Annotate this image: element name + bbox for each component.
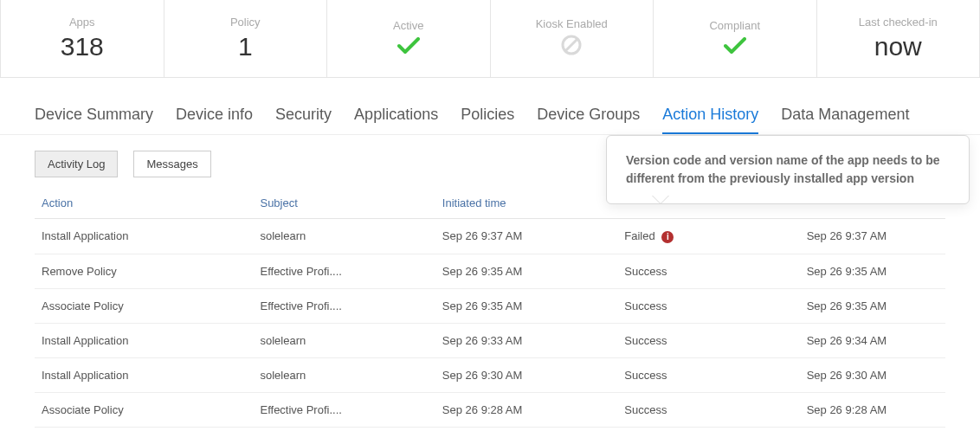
subtab-activity-log[interactable]: Activity Log (35, 151, 118, 177)
table-row[interactable]: Remove PolicyEffective Profi....Sep 26 9… (35, 254, 945, 288)
stat-active[interactable]: Active (327, 0, 491, 77)
cell-initiated: Sep 26 9:28 AM (435, 392, 617, 427)
tab-policies[interactable]: Policies (461, 106, 514, 134)
cell-subject: Effective Profi.... (253, 392, 435, 427)
stat-apps-value: 318 (61, 32, 104, 61)
cell-checked: Sep 26 9:37 AM (800, 219, 945, 254)
cell-status: Success (617, 323, 799, 357)
cell-subject: solelearn (253, 323, 435, 357)
error-tooltip-text: Version code and version name of the app… (626, 153, 940, 185)
col-initiated[interactable]: Initiated time (435, 188, 617, 219)
stat-last-checked-value: now (874, 32, 922, 61)
col-subject[interactable]: Subject (253, 188, 435, 219)
activity-log-table: Action Subject Initiated time Install Ap… (35, 188, 945, 428)
cell-action: Install Application (35, 357, 253, 392)
cell-subject: solelearn (253, 219, 435, 254)
cell-initiated: Sep 26 9:37 AM (435, 219, 617, 254)
check-icon (724, 35, 746, 58)
cell-checked: Sep 26 9:28 AM (800, 392, 945, 427)
col-action[interactable]: Action (35, 188, 253, 219)
stat-kiosk[interactable]: Kiosk Enabled (491, 0, 654, 77)
disabled-icon (560, 34, 583, 60)
table-row[interactable]: Associate PolicyEffective Profi....Sep 2… (35, 288, 945, 323)
error-tooltip: Version code and version name of the app… (606, 135, 970, 204)
cell-checked: Sep 26 9:30 AM (800, 357, 945, 392)
stat-policy-value: 1 (238, 32, 253, 61)
table-row[interactable]: Associate PolicyEffective Profi....Sep 2… (35, 392, 945, 427)
stat-last-checked[interactable]: Last checked-in now (817, 0, 980, 77)
cell-checked: Sep 26 9:35 AM (800, 288, 945, 323)
cell-status: Success (617, 392, 799, 427)
cell-status: Success (617, 254, 799, 288)
stat-last-checked-label: Last checked-in (859, 16, 938, 29)
check-icon (397, 35, 420, 58)
stat-policy-label: Policy (230, 16, 261, 29)
stat-apps-label: Apps (69, 16, 95, 29)
cell-subject: Effective Profi.... (253, 288, 435, 323)
stat-active-label: Active (393, 19, 423, 32)
tab-device-summary[interactable]: Device Summary (35, 106, 153, 134)
cell-initiated: Sep 26 9:35 AM (435, 254, 617, 288)
cell-initiated: Sep 26 9:33 AM (435, 323, 617, 357)
activity-log-table-wrap: Action Subject Initiated time Install Ap… (0, 188, 980, 428)
cell-action: Associate Policy (35, 392, 253, 427)
cell-action: Install Application (35, 323, 253, 357)
cell-status: Success (617, 288, 799, 323)
cell-checked: Sep 26 9:35 AM (800, 254, 945, 288)
cell-subject: solelearn (253, 357, 435, 392)
cell-checked: Sep 26 9:34 AM (800, 323, 945, 357)
tab-data-management[interactable]: Data Management (781, 106, 909, 134)
tab-device-groups[interactable]: Device Groups (537, 106, 640, 134)
tab-action-history[interactable]: Action History (662, 106, 758, 134)
stat-compliant-label: Compliant (709, 19, 760, 32)
stat-compliant[interactable]: Compliant (654, 0, 817, 77)
cell-status: Failed i (617, 219, 799, 254)
cell-action: Remove Policy (35, 254, 253, 288)
cell-status: Success (617, 357, 799, 392)
cell-action: Install Application (35, 219, 253, 254)
svg-line-1 (565, 39, 577, 51)
cell-action: Associate Policy (35, 288, 253, 323)
tab-security[interactable]: Security (275, 106, 332, 134)
stats-bar: Apps 318 Policy 1 Active Kiosk Enabled C… (0, 0, 980, 78)
info-icon[interactable]: i (661, 231, 674, 243)
subtab-row: Activity Log Messages Version code and v… (0, 135, 980, 188)
table-row[interactable]: Install ApplicationsolelearnSep 26 9:33 … (35, 323, 945, 357)
stat-kiosk-label: Kiosk Enabled (536, 17, 608, 30)
table-row[interactable]: Install ApplicationsolelearnSep 26 9:37 … (35, 219, 945, 254)
tab-device-info[interactable]: Device info (176, 106, 253, 134)
stat-apps[interactable]: Apps 318 (1, 0, 164, 77)
tab-applications[interactable]: Applications (354, 106, 438, 134)
stat-policy[interactable]: Policy 1 (164, 0, 328, 77)
cell-initiated: Sep 26 9:35 AM (435, 288, 617, 323)
cell-subject: Effective Profi.... (253, 254, 435, 288)
subtab-messages[interactable]: Messages (133, 151, 210, 177)
cell-initiated: Sep 26 9:30 AM (435, 357, 617, 392)
main-tabs: Device Summary Device info Security Appl… (0, 78, 980, 135)
table-row[interactable]: Install ApplicationsolelearnSep 26 9:30 … (35, 357, 945, 392)
